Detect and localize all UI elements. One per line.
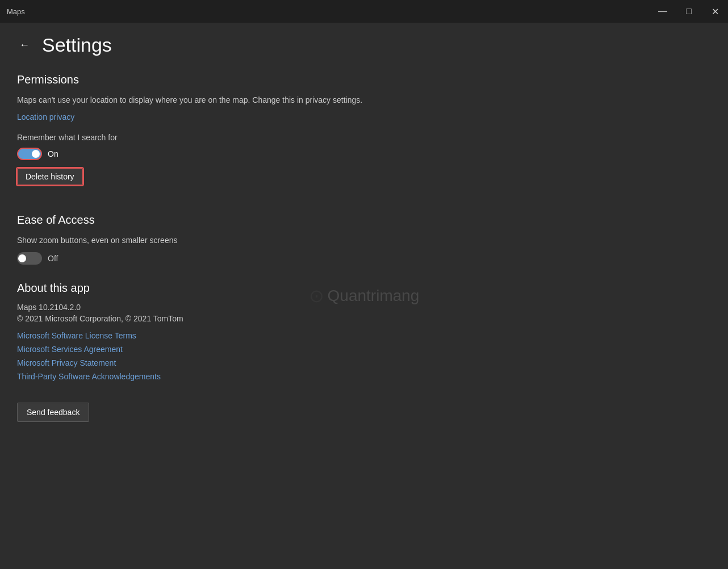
zoom-toggle-text: Off — [48, 254, 58, 263]
content-area: ⊙ Quantrimang ← Settings Permissions Map… — [0, 23, 728, 569]
title-bar: Maps — □ ✕ — [0, 0, 728, 23]
services-agreement-link[interactable]: Microsoft Services Agreement — [17, 345, 705, 354]
remember-toggle-row: On — [17, 148, 705, 160]
toggle-knob — [32, 150, 40, 158]
window-title: Maps — [7, 7, 25, 16]
permissions-description: Maps can't use your location to display … — [17, 94, 443, 106]
minimize-button[interactable]: — — [650, 0, 676, 23]
ease-of-access-title: Ease of Access — [17, 214, 705, 227]
about-section: About this app Maps 10.2104.2.0 © 2021 M… — [17, 282, 705, 381]
permissions-section: Permissions Maps can't use your location… — [17, 73, 705, 202]
send-feedback-button[interactable]: Send feedback — [17, 403, 89, 422]
ease-of-access-section: Ease of Access Show zoom buttons, even o… — [17, 214, 705, 265]
zoom-toggle-knob — [18, 254, 26, 262]
privacy-statement-link[interactable]: Microsoft Privacy Statement — [17, 358, 705, 367]
permissions-title: Permissions — [17, 73, 705, 86]
zoom-toggle[interactable] — [17, 252, 42, 265]
window-controls: — □ ✕ — [650, 0, 728, 23]
toggle-on-text: On — [48, 149, 58, 158]
maximize-button[interactable]: □ — [676, 0, 702, 23]
page-title: Settings — [42, 34, 112, 56]
remember-toggle[interactable] — [17, 148, 42, 160]
delete-history-button[interactable]: Delete history — [17, 168, 83, 185]
third-party-acknowledgements-link[interactable]: Third-Party Software Acknowledgements — [17, 372, 705, 381]
bottom-bar: Send feedback — [17, 386, 705, 439]
location-privacy-link[interactable]: Location privacy — [17, 112, 74, 122]
app-copyright: © 2021 Microsoft Corporation, © 2021 Tom… — [17, 314, 705, 323]
main-content: ⊙ Quantrimang ← Settings Permissions Map… — [0, 23, 728, 569]
remember-label: Remember what I search for — [17, 133, 705, 142]
license-terms-link[interactable]: Microsoft Software License Terms — [17, 331, 705, 340]
back-button[interactable]: ← — [17, 37, 32, 53]
about-title: About this app — [17, 282, 705, 295]
zoom-description: Show zoom buttons, even on smaller scree… — [17, 235, 443, 246]
close-button[interactable]: ✕ — [702, 0, 728, 23]
page-header: ← Settings — [17, 34, 705, 56]
back-icon: ← — [19, 39, 30, 51]
zoom-toggle-row: Off — [17, 252, 705, 265]
app-version: Maps 10.2104.2.0 — [17, 303, 705, 312]
